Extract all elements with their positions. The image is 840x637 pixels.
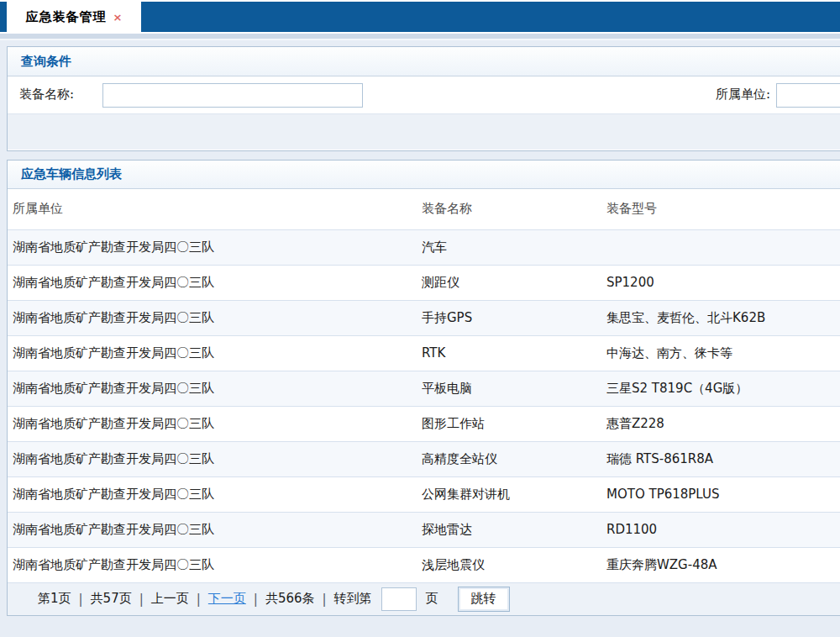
cell-equipment-name: 探地雷达 [417,512,601,547]
cell-equipment-model: RD1100 [601,512,840,547]
pagination-separator: | [139,592,144,607]
tab-emergency-equipment-management[interactable]: 应急装备管理 × [7,2,141,32]
query-panel-footer [8,114,840,150]
main-content: 查询条件 装备名称: 所属单位: 应急车辆信息列表 所属单位 装备名称 装备型号 [0,46,840,616]
cell-equipment-model: 中海达、南方、徕卡等 [601,335,840,371]
goto-page-prefix-label: 转到第 [334,591,372,607]
cell-equipment-name: 公网集群对讲机 [417,476,601,512]
equipment-name-label: 装备名称: [19,87,74,103]
jump-button[interactable]: 跳转 [458,587,510,612]
cell-equipment-name: 测距仪 [417,265,601,300]
pagination-separator: | [197,592,201,607]
table-row[interactable]: 湖南省地质矿产勘查开发局四〇三队 探地雷达 RD1100 [8,512,840,547]
cell-equipment-model: 集思宝、麦哲伦、北斗K62B [601,300,840,335]
pagination-separator: | [254,592,258,607]
table-row[interactable]: 湖南省地质矿产勘查开发局四〇三队 RTK 中海达、南方、徕卡等 [8,335,840,371]
table-row[interactable]: 湖南省地质矿产勘查开发局四〇三队 高精度全站仪 瑞德 RTS-861R8A [8,441,840,476]
equipment-table: 所属单位 装备名称 装备型号 湖南省地质矿产勘查开发局四〇三队 汽车 湖南省地质… [8,189,840,583]
column-header-equipment-model: 装备型号 [601,189,840,229]
cell-equipment-name: 图形工作站 [417,406,601,441]
cell-equipment-model: 惠普Z228 [601,406,840,441]
table-row[interactable]: 湖南省地质矿产勘查开发局四〇三队 公网集群对讲机 MOTO TP618PLUS [8,476,840,512]
cell-equipment-model: MOTO TP618PLUS [601,476,840,512]
total-pages-label: 共57页 [91,591,132,607]
cell-equipment-model: 三星S2 T819C（4G版） [601,371,840,406]
query-conditions-panel: 查询条件 装备名称: 所属单位: [7,46,840,151]
list-panel-title: 应急车辆信息列表 [21,166,122,182]
goto-page-input[interactable] [381,587,417,611]
topbar-divider [0,32,840,42]
pagination-bar: 第1页 | 共57页 | 上一页 | 下一页 | 共566条 | 转到第 页 跳… [8,583,840,615]
cell-unit: 湖南省地质矿产勘查开发局四〇三队 [8,229,417,265]
cell-unit: 湖南省地质矿产勘查开发局四〇三队 [8,335,417,371]
table-row[interactable]: 湖南省地质矿产勘查开发局四〇三队 手持GPS 集思宝、麦哲伦、北斗K62B [8,300,840,335]
cell-equipment-name: 平板电脑 [417,371,601,406]
cell-unit: 湖南省地质矿产勘查开发局四〇三队 [8,547,417,582]
table-row[interactable]: 湖南省地质矿产勘查开发局四〇三队 汽车 [8,229,840,265]
cell-equipment-model [601,229,840,265]
cell-unit: 湖南省地质矿产勘查开发局四〇三队 [8,265,417,300]
table-row[interactable]: 湖南省地质矿产勘查开发局四〇三队 浅层地震仪 重庆奔腾WZG-48A [8,547,840,582]
cell-unit: 湖南省地质矿产勘查开发局四〇三队 [8,476,417,512]
tab-label: 应急装备管理 [26,9,107,25]
owner-unit-label: 所属单位: [698,87,770,103]
table-row[interactable]: 湖南省地质矿产勘查开发局四〇三队 平板电脑 三星S2 T819C（4G版） [8,371,840,406]
cell-equipment-model: SP1200 [601,265,840,300]
cell-equipment-model: 重庆奔腾WZG-48A [601,547,840,582]
table-header-row: 所属单位 装备名称 装备型号 [8,189,840,229]
prev-page-link[interactable]: 上一页 [151,591,189,607]
cell-equipment-name: 手持GPS [417,300,601,335]
cell-unit: 湖南省地质矿产勘查开发局四〇三队 [8,300,417,335]
column-header-unit: 所属单位 [8,189,417,229]
total-items-label: 共566条 [265,591,315,607]
owner-unit-input[interactable] [776,83,840,108]
pagination-separator: | [323,592,327,607]
close-icon[interactable]: × [113,12,123,23]
cell-unit: 湖南省地质矿产勘查开发局四〇三队 [8,371,417,406]
cell-equipment-name: RTK [417,335,601,371]
query-panel-title: 查询条件 [21,54,71,70]
query-panel-header: 查询条件 [8,47,840,76]
goto-page-suffix-label: 页 [426,591,438,607]
tab-bar: 应急装备管理 × [0,0,840,32]
list-panel-header: 应急车辆信息列表 [8,161,840,189]
next-page-link[interactable]: 下一页 [208,591,246,607]
cell-equipment-name: 浅层地震仪 [417,547,601,582]
cell-unit: 湖南省地质矿产勘查开发局四〇三队 [8,441,417,476]
cell-unit: 湖南省地质矿产勘查开发局四〇三队 [8,406,417,441]
table-row[interactable]: 湖南省地质矿产勘查开发局四〇三队 图形工作站 惠普Z228 [8,406,840,441]
cell-equipment-name: 高精度全站仪 [417,441,601,476]
column-header-equipment-name: 装备名称 [417,189,601,229]
equipment-name-input[interactable] [102,83,363,108]
cell-equipment-name: 汽车 [417,229,601,265]
table-row[interactable]: 湖南省地质矿产勘查开发局四〇三队 测距仪 SP1200 [8,265,840,300]
pagination-separator: | [79,592,83,607]
query-form: 装备名称: 所属单位: [8,76,840,114]
cell-equipment-model: 瑞德 RTS-861R8A [601,441,840,476]
current-page-label: 第1页 [38,591,71,607]
vehicle-info-list-panel: 应急车辆信息列表 所属单位 装备名称 装备型号 湖南省地质矿产勘查开发局四〇三队… [7,160,840,616]
cell-unit: 湖南省地质矿产勘查开发局四〇三队 [8,512,417,547]
